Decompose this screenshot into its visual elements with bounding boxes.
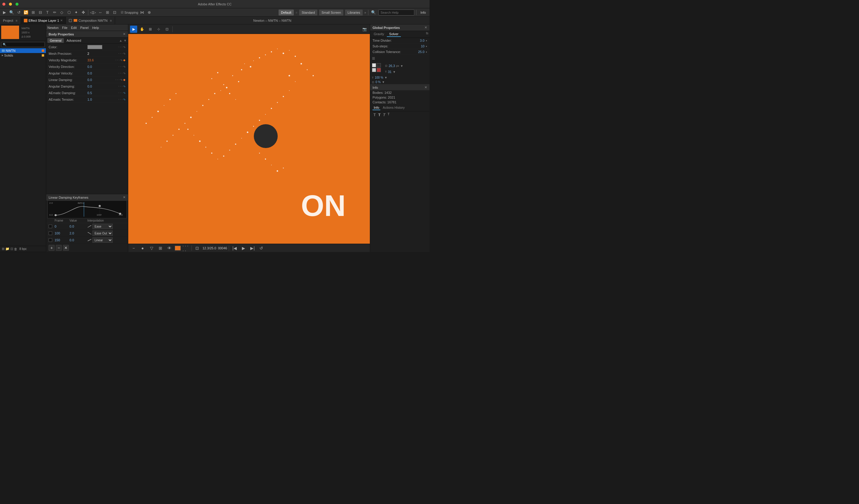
- keyframes-close[interactable]: ✕: [123, 195, 125, 199]
- anchor-tool[interactable]: ⊹: [155, 26, 162, 33]
- global-props-more[interactable]: ts: [426, 32, 428, 37]
- pct2-arrow[interactable]: ▼: [382, 80, 385, 84]
- move-tool[interactable]: ◁▷: [90, 9, 96, 16]
- prop-lin-damp-wave[interactable]: ∿: [120, 78, 123, 81]
- composition-tab[interactable]: Composition NWTN ≡: [66, 17, 115, 25]
- info-tab-actions[interactable]: Actions History: [381, 106, 406, 110]
- grid-view-tool[interactable]: ⊞: [147, 26, 154, 33]
- project-search-input[interactable]: [1, 42, 45, 47]
- folder-new-icon[interactable]: 📁: [5, 247, 10, 251]
- prop-ang-vel-wave[interactable]: ∿: [123, 72, 125, 75]
- prop-vel-dir-wave[interactable]: ∿: [123, 65, 125, 68]
- first-frame-btn[interactable]: |◀: [231, 245, 238, 252]
- prop-color-box[interactable]: [87, 45, 102, 49]
- text-tool[interactable]: T: [44, 9, 51, 16]
- canvas-size-icon[interactable]: ⊡: [194, 245, 201, 252]
- zoom-tool[interactable]: 🔁: [22, 9, 29, 16]
- tab-gravity[interactable]: Gravity: [371, 32, 387, 37]
- prop-vel-mag-wave[interactable]: ∿: [120, 58, 123, 62]
- newton-menu-edit[interactable]: Edit: [71, 26, 77, 30]
- prop-vel-mag-keyframe[interactable]: ◆: [123, 58, 125, 62]
- search-tool[interactable]: 🔍: [8, 9, 15, 16]
- color-box-dark[interactable]: [377, 63, 381, 67]
- size-down-arrow[interactable]: ▼: [400, 64, 403, 68]
- close-button[interactable]: [2, 3, 5, 6]
- newton-menu-panel[interactable]: Panel: [80, 26, 89, 30]
- global-props-close[interactable]: ✕: [424, 26, 427, 30]
- body-props-close[interactable]: ✕: [123, 32, 125, 36]
- text-fmt-small[interactable]: T: [387, 112, 390, 117]
- lock-tool[interactable]: ↔: [97, 9, 104, 16]
- workspace-default-btn[interactable]: Default: [278, 10, 294, 15]
- project-tab-menu[interactable]: ≡: [16, 19, 17, 22]
- kf-clear-btn[interactable]: ✕: [63, 245, 69, 251]
- render-btn-canvas[interactable]: · · · · ·: [183, 245, 190, 252]
- pen-tool-2[interactable]: ✏: [51, 9, 58, 16]
- more-workspaces[interactable]: »: [364, 11, 366, 14]
- camera-icon[interactable]: 📷: [361, 26, 368, 33]
- kf-interp-select-0[interactable]: EaseEase OutLinear: [92, 224, 113, 229]
- snap-icon-1[interactable]: ⋈: [139, 9, 146, 16]
- props-scroll-down[interactable]: ▼: [123, 39, 127, 42]
- prop-mesh-wave[interactable]: ∿: [123, 52, 125, 55]
- paint-tool[interactable]: ⬡: [65, 9, 72, 16]
- project-tab[interactable]: Project ≡: [0, 17, 21, 25]
- hand-tool[interactable]: ✋: [138, 26, 146, 33]
- search-help-icon[interactable]: 🔍: [370, 9, 377, 16]
- body-props-tab-general[interactable]: General: [47, 38, 64, 43]
- newton-menu-file[interactable]: File: [62, 26, 67, 30]
- loop-btn[interactable]: ↺: [258, 245, 265, 252]
- puppet-tool[interactable]: ✤: [80, 9, 87, 16]
- info-tab-info[interactable]: Info: [373, 106, 380, 110]
- step-btn[interactable]: ▶|: [249, 245, 256, 252]
- kf-checkbox-1[interactable]: [49, 232, 52, 235]
- fit-btn[interactable]: ●: [139, 245, 146, 252]
- play-btn[interactable]: ▶: [240, 245, 247, 252]
- color-box-red[interactable]: [377, 68, 381, 72]
- color-box-white[interactable]: [372, 63, 376, 67]
- props-scroll-up[interactable]: ▲: [119, 39, 122, 42]
- text-fmt-regular[interactable]: T: [373, 112, 377, 117]
- kf-interp-select-2[interactable]: EaseEase OutLinear: [92, 237, 113, 243]
- prop-lin-damp-keyframe[interactable]: ◆: [123, 78, 125, 81]
- project-item-solids[interactable]: Solids: [0, 53, 46, 58]
- snap-btn[interactable]: ▽: [148, 245, 155, 252]
- mask-btn[interactable]: 👁: [166, 245, 173, 252]
- kf-add-btn[interactable]: +: [49, 245, 55, 251]
- tab-solver[interactable]: Solver: [387, 32, 401, 37]
- pct1-arrow[interactable]: ▼: [385, 76, 388, 79]
- effect-tab-close[interactable]: ✕: [60, 19, 63, 22]
- kf-checkbox-2[interactable]: [49, 238, 52, 242]
- workspace-libraries-btn[interactable]: Libraries: [345, 10, 362, 15]
- prop-aemat-damp-wave[interactable]: ∿: [123, 91, 125, 94]
- pen-tool-1[interactable]: ⊟: [37, 9, 44, 16]
- project-item-nwtn[interactable]: NWTN: [0, 48, 46, 53]
- scroll-left-icon[interactable]: ≡: [372, 56, 375, 62]
- grid-tool[interactable]: ⊞: [104, 9, 111, 16]
- color-box-gray[interactable]: [372, 68, 376, 72]
- kf-remove-btn[interactable]: −: [56, 245, 62, 251]
- size-num-down-arrow[interactable]: ▼: [393, 70, 396, 74]
- selection-tool[interactable]: ▶: [1, 9, 8, 16]
- text-fmt-bold[interactable]: T: [377, 112, 381, 117]
- maximize-button[interactable]: [16, 3, 18, 6]
- newton-menu-help[interactable]: Help: [92, 26, 99, 30]
- grid-snap-btn[interactable]: ⊞: [157, 245, 164, 252]
- prop-ang-damp-wave[interactable]: ∿: [123, 84, 125, 88]
- info-close[interactable]: ✕: [424, 85, 427, 89]
- prop-color-wave[interactable]: ∿: [123, 45, 125, 49]
- zoom-out-btn[interactable]: −: [130, 245, 137, 252]
- workspace-standard-btn[interactable]: Standard: [299, 10, 317, 15]
- target-tool[interactable]: ⊡: [164, 26, 170, 33]
- kf-interp-select-1[interactable]: EaseEase OutLinear: [92, 231, 113, 236]
- clone-tool[interactable]: ✦: [73, 9, 79, 16]
- kf-checkbox-0[interactable]: [49, 225, 52, 228]
- text-fmt-italic[interactable]: T: [382, 112, 386, 117]
- camera-tool[interactable]: ↺: [16, 9, 22, 16]
- canvas-color-swatch[interactable]: [175, 246, 181, 251]
- comp-new-icon[interactable]: ⊡: [11, 247, 13, 251]
- search-help-input[interactable]: [378, 10, 414, 15]
- effect-shape-tab[interactable]: Effect Shape Layer 1 ✕: [21, 17, 66, 25]
- snap-icon-2[interactable]: ⊕: [146, 9, 153, 16]
- minimize-button[interactable]: [9, 3, 12, 6]
